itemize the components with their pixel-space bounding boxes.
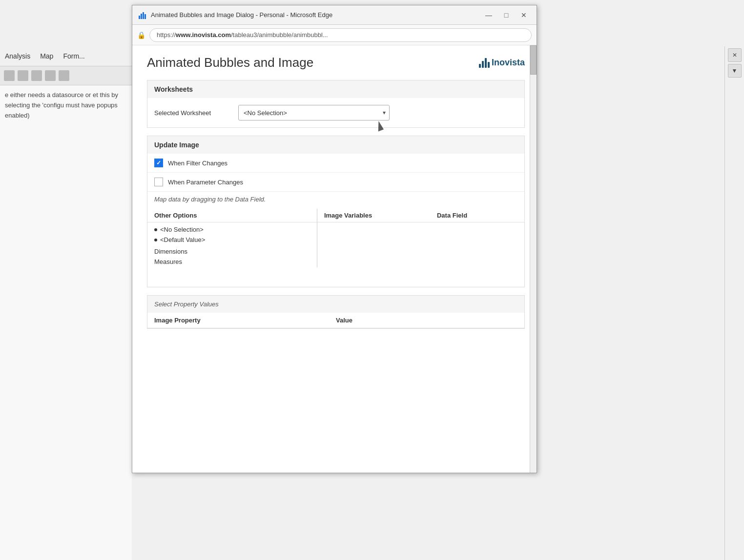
property-values-heading: Select Property Values xyxy=(147,295,525,313)
svg-rect-1 xyxy=(141,14,142,19)
page-content: Animated Bubbles and Image Inovista Work… xyxy=(132,45,537,473)
background-content: e either needs a datasource or et this b… xyxy=(0,85,132,560)
page-header: Animated Bubbles and Image Inovista xyxy=(147,55,525,70)
worksheet-select[interactable]: <No Selection> xyxy=(238,105,390,120)
toolbar-icon-2 xyxy=(18,70,28,81)
browser-window: Animated Bubbles and Image Dialog - Pers… xyxy=(132,5,537,473)
update-image-section: Update Image ✓ When Filter Changes When … xyxy=(147,136,525,287)
parameter-changes-checkbox[interactable] xyxy=(154,178,163,186)
image-vars-cell xyxy=(317,222,430,268)
lock-icon: 🔒 xyxy=(137,31,145,39)
close-button[interactable]: ✕ xyxy=(517,8,531,22)
property-values-body: Image Property Value xyxy=(147,313,525,329)
worksheets-heading: Worksheets xyxy=(147,80,525,98)
data-field-cell xyxy=(430,222,524,268)
bullet-icon-2 xyxy=(154,239,157,241)
checkmark-icon: ✓ xyxy=(156,160,161,166)
right-panel: ✕ ▼ xyxy=(724,46,744,560)
svg-rect-2 xyxy=(143,12,144,19)
update-image-heading: Update Image xyxy=(147,136,525,154)
worksheet-label: Selected Worksheet xyxy=(154,109,232,117)
filter-changes-label: When Filter Changes xyxy=(168,160,227,167)
dimensions-label: Dimensions xyxy=(154,248,310,255)
value-header: Value xyxy=(336,317,517,324)
parameter-changes-row: When Parameter Changes xyxy=(147,173,524,192)
parameter-changes-label: When Parameter Changes xyxy=(168,179,243,186)
scroll-down-button[interactable]: ▼ xyxy=(728,64,742,78)
bullet-icon-1 xyxy=(154,228,157,231)
property-values-section: Select Property Values Image Property Va… xyxy=(147,295,525,329)
toolbar-icon-3 xyxy=(31,70,42,81)
url-text: https://www.inovista.com/tableau3/animbu… xyxy=(157,31,328,39)
logo-bar-2 xyxy=(482,61,484,68)
image-property-header: Image Property xyxy=(154,317,336,324)
filter-changes-checkbox[interactable]: ✓ xyxy=(154,159,163,167)
toolbar xyxy=(0,66,132,85)
page-title: Animated Bubbles and Image xyxy=(147,55,313,70)
logo-bar-4 xyxy=(488,62,490,68)
list-item: <Default Value> xyxy=(154,235,310,245)
inovista-logo: Inovista xyxy=(479,58,525,68)
toolbar-icon-4 xyxy=(45,70,56,81)
menu-bar: Analysis Map Form... xyxy=(0,46,132,66)
close-panel-button[interactable]: ✕ xyxy=(728,48,742,62)
property-table-header: Image Property Value xyxy=(147,313,524,328)
mapping-table: Other Options Image Variables Data Field xyxy=(147,209,524,267)
options-cell: <No Selection> <Default Value> Dimension… xyxy=(147,222,317,268)
image-variables-header: Image Variables xyxy=(317,209,430,222)
worksheet-form-row: Selected Worksheet <No Selection> ▾ xyxy=(154,105,517,120)
worksheet-select-wrapper[interactable]: <No Selection> ▾ xyxy=(238,105,390,120)
map-data-note: Map data by dragging to the Data Field. xyxy=(147,192,524,207)
svg-rect-3 xyxy=(145,14,146,19)
svg-rect-0 xyxy=(139,16,140,19)
toolbar-icon-1 xyxy=(4,70,15,81)
edge-icon xyxy=(138,11,147,20)
option-list: <No Selection> <Default Value> xyxy=(154,224,310,245)
list-item: <No Selection> xyxy=(154,224,310,235)
window-title: Animated Bubbles and Image Dialog - Pers… xyxy=(151,11,478,19)
data-field-header: Data Field xyxy=(430,209,524,222)
url-field[interactable]: https://www.inovista.com/tableau3/animbu… xyxy=(149,28,532,42)
other-options-header: Other Options xyxy=(147,209,317,222)
worksheets-section: Worksheets Selected Worksheet <No Select… xyxy=(147,80,525,128)
logo-bar-3 xyxy=(485,58,487,68)
address-bar: 🔒 https://www.inovista.com/tableau3/anim… xyxy=(132,25,537,45)
logo-text: Inovista xyxy=(492,58,525,68)
menu-form[interactable]: Form... xyxy=(63,52,84,60)
restore-button[interactable]: □ xyxy=(499,8,513,22)
title-bar: Animated Bubbles and Image Dialog - Pers… xyxy=(132,5,537,25)
measures-label: Measures xyxy=(154,258,310,265)
worksheets-body: Selected Worksheet <No Selection> ▾ xyxy=(147,98,525,128)
logo-bars-icon xyxy=(479,58,490,68)
toolbar-icon-5 xyxy=(59,70,69,81)
logo-bar-1 xyxy=(479,64,481,68)
minimize-button[interactable]: — xyxy=(482,8,496,22)
filter-changes-row: ✓ When Filter Changes xyxy=(147,154,524,173)
menu-map[interactable]: Map xyxy=(40,52,53,60)
menu-analysis[interactable]: Analysis xyxy=(5,52,30,60)
